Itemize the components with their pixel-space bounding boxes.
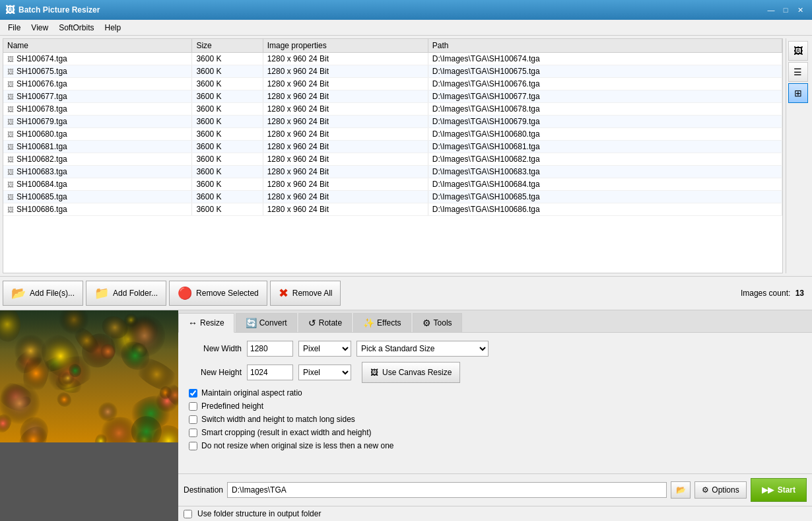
no-resize-label[interactable]: Do not resize when original size is less… [201, 441, 394, 450]
table-row[interactable]: 🖼SH100684.tga 3600 K 1280 x 960 24 Bit D… [3, 178, 782, 191]
file-list-container[interactable]: Name Size Image properties Path 🖼SH10067… [3, 38, 783, 273]
sidebar-icons: 🖼 ☰ ⊞ [786, 38, 809, 273]
effects-tab-label: Effects [377, 318, 401, 328]
maintain-aspect-label[interactable]: Maintain original aspect ratio [201, 388, 302, 398]
no-resize-checkbox[interactable] [189, 442, 197, 450]
file-name: 🖼SH100678.tga [3, 103, 192, 116]
menu-help[interactable]: Help [100, 20, 127, 35]
switch-sides-checkbox[interactable] [189, 415, 197, 424]
file-size: 3600 K [192, 78, 263, 90]
menu-softorbits[interactable]: SoftOrbits [53, 20, 99, 35]
menu-view[interactable]: View [26, 20, 53, 35]
tab-tools[interactable]: ⚙ Tools [413, 313, 462, 332]
add-files-icon: 📂 [11, 286, 26, 300]
tools-tab-label: Tools [434, 318, 452, 328]
smart-crop-checkbox[interactable] [189, 429, 197, 437]
no-resize-row: Do not resize when original size is less… [189, 441, 801, 450]
table-row[interactable]: 🖼SH100674.tga 3600 K 1280 x 960 24 Bit D… [3, 53, 782, 65]
add-folder-label: Add Folder... [113, 289, 158, 298]
close-button[interactable]: ✕ [794, 3, 807, 17]
file-list-table: Name Size Image properties Path 🖼SH10067… [3, 39, 782, 216]
tab-effects[interactable]: ✨ Effects [353, 313, 411, 332]
file-size: 3600 K [192, 103, 263, 116]
table-row[interactable]: 🖼SH100682.tga 3600 K 1280 x 960 24 Bit D… [3, 153, 782, 166]
maintain-aspect-row: Maintain original aspect ratio [189, 388, 801, 398]
folder-structure-label[interactable]: Use folder structure in output folder [197, 509, 321, 518]
canvas-icon: 🖼 [370, 368, 378, 377]
height-input[interactable] [247, 365, 293, 380]
browse-destination-button[interactable]: 📂 [671, 481, 691, 499]
smart-crop-label[interactable]: Smart cropping (result in exact width an… [201, 428, 371, 437]
width-unit-select[interactable]: Pixel Percent cm inch [298, 341, 351, 357]
tab-resize[interactable]: ↔ Resize [178, 313, 234, 333]
resize-tab-label: Resize [200, 318, 224, 328]
file-path: D:\Images\TGA\SH100677.tga [428, 90, 782, 103]
sidebar-thumbnail-btn[interactable]: 🖼 [788, 41, 808, 61]
sidebar-list-btn[interactable]: ☰ [788, 62, 808, 82]
toolbar: 📂 Add File(s)... 📁 Add Folder... 🔴 Remov… [0, 276, 812, 310]
table-row[interactable]: 🖼SH100680.tga 3600 K 1280 x 960 24 Bit D… [3, 128, 782, 141]
table-row[interactable]: 🖼SH100681.tga 3600 K 1280 x 960 24 Bit D… [3, 141, 782, 153]
col-header-path[interactable]: Path [428, 39, 782, 53]
add-folder-button[interactable]: 📁 Add Folder... [86, 281, 166, 306]
table-row[interactable]: 🖼SH100683.tga 3600 K 1280 x 960 24 Bit D… [3, 166, 782, 178]
col-header-size[interactable]: Size [192, 39, 263, 53]
predefined-height-checkbox[interactable] [189, 402, 197, 411]
tab-rotate[interactable]: ↺ Rotate [298, 313, 352, 332]
browse-icon: 📂 [676, 485, 686, 495]
canvas-resize-button[interactable]: 🖼 Use Canvas Resize [362, 362, 460, 383]
width-row: New Width Pixel Percent cm inch Pick a S… [189, 341, 801, 357]
title-bar: 🖼 Batch Picture Resizer — □ ✕ [0, 0, 812, 20]
start-button[interactable]: ▶▶ Start [751, 478, 807, 502]
file-path: D:\Images\TGA\SH100684.tga [428, 178, 782, 191]
add-files-button[interactable]: 📂 Add File(s)... [3, 281, 83, 306]
file-size: 3600 K [192, 191, 263, 203]
col-header-name[interactable]: Name [3, 39, 192, 53]
file-props: 1280 x 960 24 Bit [263, 53, 428, 65]
file-path: D:\Images\TGA\SH100675.tga [428, 65, 782, 78]
file-name: 🖼SH100677.tga [3, 90, 192, 103]
start-label: Start [778, 485, 795, 495]
table-row[interactable]: 🖼SH100686.tga 3600 K 1280 x 960 24 Bit D… [3, 203, 782, 216]
resize-tab-icon: ↔ [188, 318, 197, 328]
switch-sides-label[interactable]: Switch width and height to match long si… [201, 415, 355, 424]
file-props: 1280 x 960 24 Bit [263, 141, 428, 153]
remove-selected-button[interactable]: 🔴 Remove Selected [169, 281, 267, 306]
smart-crop-row: Smart cropping (result in exact width an… [189, 428, 801, 437]
standard-size-select[interactable]: Pick a Standard Size [356, 341, 489, 357]
col-header-props[interactable]: Image properties [263, 39, 428, 53]
file-size: 3600 K [192, 203, 263, 216]
destination-input[interactable] [227, 482, 667, 498]
file-size: 3600 K [192, 53, 263, 65]
file-name: 🖼SH100674.tga [3, 53, 192, 65]
file-size: 3600 K [192, 65, 263, 78]
remove-all-button[interactable]: ✖ Remove All [270, 281, 341, 306]
footer-bar: Use folder structure in output folder [178, 506, 812, 521]
height-unit-select[interactable]: Pixel Percent cm inch [298, 365, 351, 380]
start-icon: ▶▶ [762, 485, 774, 495]
predefined-height-label[interactable]: Predefined height [201, 401, 263, 411]
file-size: 3600 K [192, 141, 263, 153]
minimize-button[interactable]: — [764, 3, 778, 17]
table-row[interactable]: 🖼SH100685.tga 3600 K 1280 x 960 24 Bit D… [3, 191, 782, 203]
height-row: New Height Pixel Percent cm inch 🖼 Use C… [189, 362, 801, 383]
remove-all-label: Remove All [292, 289, 333, 298]
table-row[interactable]: 🖼SH100678.tga 3600 K 1280 x 960 24 Bit D… [3, 103, 782, 116]
table-row[interactable]: 🖼SH100675.tga 3600 K 1280 x 960 24 Bit D… [3, 65, 782, 78]
bottom-panel: ↔ Resize 🔄 Convert ↺ Rotate ✨ Effects ⚙ [0, 310, 812, 521]
folder-structure-checkbox[interactable] [184, 510, 192, 518]
sidebar-detail-btn[interactable]: ⊞ [788, 83, 808, 103]
table-row[interactable]: 🖼SH100679.tga 3600 K 1280 x 960 24 Bit D… [3, 116, 782, 128]
width-input[interactable] [247, 341, 293, 357]
file-size: 3600 K [192, 90, 263, 103]
maintain-aspect-checkbox[interactable] [189, 389, 197, 398]
options-button[interactable]: ⚙ Options [694, 481, 746, 499]
maximize-button[interactable]: □ [779, 3, 792, 17]
file-name: 🖼SH100686.tga [3, 203, 192, 216]
menu-file[interactable]: File [3, 20, 26, 35]
table-row[interactable]: 🖼SH100676.tga 3600 K 1280 x 960 24 Bit D… [3, 78, 782, 90]
tab-convert[interactable]: 🔄 Convert [236, 313, 297, 332]
table-row[interactable]: 🖼SH100677.tga 3600 K 1280 x 960 24 Bit D… [3, 90, 782, 103]
predefined-height-row: Predefined height [189, 401, 801, 411]
tabs: ↔ Resize 🔄 Convert ↺ Rotate ✨ Effects ⚙ [178, 310, 812, 333]
